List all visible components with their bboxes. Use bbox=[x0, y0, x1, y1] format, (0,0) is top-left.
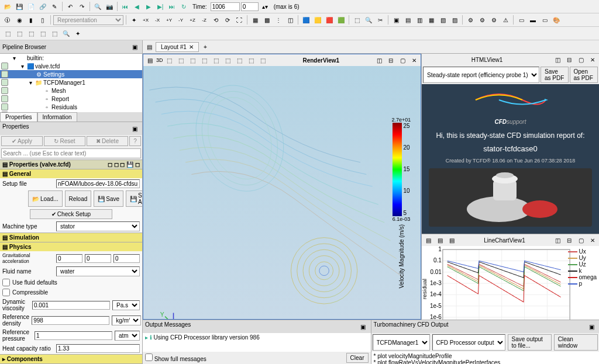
cube4-icon[interactable]: ▦ bbox=[426, 15, 436, 25]
ref-pressure-input[interactable] bbox=[35, 331, 112, 340]
cv-btn3-icon[interactable]: ▤ bbox=[446, 235, 457, 245]
tree-item[interactable]: ▾🟦valve.tcfd bbox=[0, 62, 142, 70]
dyn-visc-input[interactable] bbox=[32, 301, 110, 310]
time-input[interactable] bbox=[211, 2, 240, 11]
xplus-icon[interactable]: +X bbox=[140, 15, 151, 25]
camera-icon[interactable]: 📷 bbox=[104, 1, 115, 12]
tree-item[interactable]: ▫Residuals bbox=[0, 103, 142, 111]
axes-icon[interactable]: ✦ bbox=[129, 15, 139, 25]
tree-item[interactable]: ▫Mesh bbox=[0, 86, 142, 95]
link-icon[interactable]: 🔗 bbox=[37, 1, 48, 12]
rv-btn5-icon[interactable]: ⬚ bbox=[199, 55, 210, 65]
save-pdf-button[interactable]: Save as PDF bbox=[541, 67, 569, 83]
filter2-icon[interactable]: 🟨 bbox=[312, 15, 323, 25]
save-button[interactable]: 💾Save bbox=[94, 190, 123, 207]
add-layout-icon[interactable]: + bbox=[200, 41, 211, 52]
rv-split-h-icon[interactable]: ◫ bbox=[374, 55, 384, 65]
grav-x-input[interactable] bbox=[56, 254, 82, 263]
rv-btn6-icon[interactable]: ⬚ bbox=[211, 55, 222, 65]
clip-icon[interactable]: ✂ bbox=[375, 15, 385, 25]
gear3-icon[interactable]: ⚙ bbox=[488, 15, 499, 25]
section-general[interactable]: ▤ General bbox=[0, 169, 142, 178]
grav-y-input[interactable] bbox=[85, 254, 111, 263]
yplus-icon[interactable]: +Y bbox=[164, 15, 174, 25]
apply-button[interactable]: ✔Apply bbox=[1, 136, 43, 146]
cv-split-h-icon[interactable]: ◫ bbox=[552, 235, 563, 245]
html-report-content[interactable]: CFDsupport Hi, this is steady-state CFD … bbox=[422, 84, 599, 234]
scope-icon[interactable]: 🔍 bbox=[92, 1, 103, 12]
output-dock-icon[interactable]: ▣ bbox=[358, 321, 369, 332]
vol-icon[interactable]: ◫ bbox=[285, 15, 295, 25]
use-fluid-defaults-checkbox[interactable] bbox=[2, 279, 10, 286]
undo-icon[interactable]: ↶ bbox=[65, 1, 75, 12]
open-pdf-button[interactable]: Open as PDF bbox=[570, 67, 598, 83]
first-icon[interactable]: ⏮ bbox=[120, 1, 130, 12]
points-icon[interactable]: ⋮ bbox=[273, 15, 284, 25]
ref-density-unit-select[interactable]: kg/m^3 bbox=[112, 316, 141, 325]
rv-btn4-icon[interactable]: ⬚ bbox=[188, 55, 198, 65]
ref-pressure-unit-select[interactable]: atm bbox=[115, 331, 140, 341]
rv-btn7-icon[interactable]: ⬚ bbox=[223, 55, 233, 65]
residuals-chart[interactable]: 1e-71e-61e-51e-41e-30.010.11450050005500… bbox=[422, 246, 599, 320]
layout1-icon[interactable]: ▭ bbox=[516, 15, 526, 25]
redo-icon[interactable]: ↷ bbox=[77, 1, 87, 12]
rv-btn1-icon[interactable]: ▤ bbox=[144, 55, 155, 65]
cv-split-v-icon[interactable]: ⊟ bbox=[564, 235, 574, 245]
tree-item[interactable]: ▫Report bbox=[0, 95, 142, 103]
cube5-icon[interactable]: ▧ bbox=[438, 15, 448, 25]
properties-panel[interactable]: ▤ Properties (valve.tcfd) ◻ ◻ ◻ 💾 ◻ ▤ Ge… bbox=[0, 160, 142, 364]
disk-icon[interactable]: 💾 bbox=[14, 1, 25, 12]
load-button[interactable]: 📂Load... bbox=[28, 190, 63, 207]
edit-icon[interactable]: ✎ bbox=[49, 1, 60, 12]
cfd-processor-select[interactable]: CFD Processor output bbox=[432, 334, 505, 351]
representation-select[interactable]: Representation bbox=[53, 15, 123, 25]
tree-item[interactable]: ▾📁TCFDManager1 bbox=[0, 78, 142, 86]
time-step-input[interactable] bbox=[241, 2, 259, 11]
section-components[interactable]: ▸ Components bbox=[0, 354, 142, 363]
hv-split-h-icon[interactable]: ◫ bbox=[552, 54, 563, 65]
cv-btn1-icon[interactable]: ▤ bbox=[423, 235, 433, 245]
fit-icon[interactable]: ⛶ bbox=[234, 15, 245, 25]
layout2-icon[interactable]: ▬ bbox=[528, 15, 538, 25]
rv-btn9-icon[interactable]: ⬚ bbox=[246, 55, 257, 65]
show-full-checkbox[interactable] bbox=[145, 353, 153, 361]
props-dock-icon[interactable]: ▣ bbox=[129, 123, 140, 134]
ref-density-input[interactable] bbox=[32, 316, 109, 325]
check-setup-button[interactable]: ✔Check Setup bbox=[30, 209, 112, 219]
setup-file-input[interactable] bbox=[56, 179, 140, 188]
play-icon[interactable]: ▶ bbox=[143, 1, 154, 12]
surf-icon[interactable]: ▦ bbox=[250, 15, 260, 25]
filter4-icon[interactable]: 🟩 bbox=[336, 15, 346, 25]
cube3-icon[interactable]: ▥ bbox=[414, 15, 425, 25]
pick4-icon[interactable]: ⬚ bbox=[37, 28, 48, 39]
cv-btn2-icon[interactable]: ▤ bbox=[435, 235, 445, 245]
filter1-icon[interactable]: 🟦 bbox=[301, 15, 311, 25]
rv-btn2-icon[interactable]: ⬚ bbox=[164, 55, 175, 65]
xminus-icon[interactable]: -X bbox=[152, 15, 163, 25]
visibility-toggle-icon[interactable] bbox=[1, 79, 8, 86]
pick2-icon[interactable]: ⬚ bbox=[14, 28, 25, 39]
sphere-icon[interactable]: ◉ bbox=[14, 15, 25, 25]
cv-max-icon[interactable]: ▢ bbox=[576, 235, 586, 245]
saveas-button[interactable]: 💾Save As... bbox=[126, 190, 142, 207]
rv-btn3-icon[interactable]: ⬚ bbox=[176, 55, 187, 65]
turbo-dock-icon[interactable]: ▣ bbox=[586, 321, 597, 332]
tcfd-manager-select[interactable]: TCFDManager1 bbox=[373, 334, 430, 351]
last-icon[interactable]: ⏭ bbox=[167, 1, 177, 12]
clear-button[interactable]: Clear bbox=[346, 353, 369, 363]
visibility-toggle-icon[interactable] bbox=[1, 103, 8, 110]
turbo-output-body[interactable]: * plot velocityMagnitudeProfile* plot fl… bbox=[371, 352, 600, 364]
color-icon[interactable]: 🎨 bbox=[551, 15, 562, 25]
gear2-icon[interactable]: ⚙ bbox=[477, 15, 487, 25]
prev-icon[interactable]: ◀ bbox=[132, 1, 142, 12]
layout-menu-icon[interactable]: ▤ bbox=[144, 41, 154, 52]
doc-icon[interactable]: 📄 bbox=[26, 1, 36, 12]
expand-icon[interactable]: ▾ bbox=[27, 79, 34, 86]
clean-window-button[interactable]: Clean window bbox=[554, 334, 598, 351]
hv-close-icon[interactable]: ✕ bbox=[587, 54, 598, 65]
layout3-icon[interactable]: ▭ bbox=[539, 15, 550, 25]
pick6-icon[interactable]: 🔍 bbox=[61, 28, 71, 39]
open-icon[interactable]: 📂 bbox=[2, 1, 13, 12]
compressible-checkbox[interactable] bbox=[2, 289, 10, 296]
bar-icon[interactable]: ▮ bbox=[26, 15, 36, 25]
